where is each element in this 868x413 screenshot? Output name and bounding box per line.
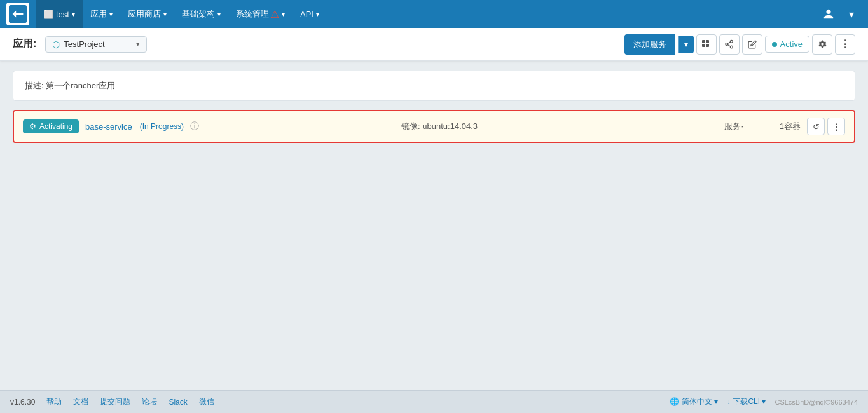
infra-caret-icon: ▾ <box>217 11 221 18</box>
svg-point-6 <box>726 43 728 46</box>
service-row: ⚙ Activating base-service (In Progress) … <box>13 110 855 143</box>
appstore-caret-icon: ▾ <box>163 11 167 18</box>
more-actions-button[interactable]: ⋮ <box>835 34 855 55</box>
svg-point-7 <box>730 46 733 48</box>
logo <box>6 3 29 25</box>
add-service-caret-button[interactable]: ▾ <box>678 36 694 53</box>
api-caret-icon: ▾ <box>316 11 319 18</box>
project-tab[interactable]: ⬜ test ▾ <box>36 0 83 28</box>
svg-rect-3 <box>702 44 705 47</box>
spin-icon: ⚙ <box>29 122 36 131</box>
settings-button[interactable] <box>812 34 832 55</box>
info-icon[interactable]: ⓘ <box>190 121 199 132</box>
row-actions: ↺ ⋮ <box>807 118 845 135</box>
service-type: 服务· <box>680 121 743 132</box>
svg-point-5 <box>730 40 733 43</box>
active-dot-icon <box>772 42 777 47</box>
service-progress: (In Progress) <box>140 122 184 131</box>
svg-rect-1 <box>702 40 705 43</box>
nav-item-sysadmin[interactable]: 系统管理 ⚠ ▾ <box>228 0 293 28</box>
user-icon-btn[interactable] <box>818 4 839 24</box>
svg-rect-4 <box>706 44 709 47</box>
nav-item-apps[interactable]: 应用 ▾ <box>83 0 120 28</box>
project-selector[interactable]: ⬡ TestProject ▾ <box>45 36 147 53</box>
row-more-button[interactable]: ⋮ <box>827 118 845 135</box>
top-nav: ⬜ test ▾ 应用 ▾ 应用商店 ▾ 基础架构 ▾ 系统管理 ⚠ ▾ API… <box>0 0 868 28</box>
container-count: 1容器 <box>750 121 801 132</box>
sub-header-actions: 添加服务 ▾ Active <box>624 34 855 55</box>
nav-right: ▾ <box>818 4 862 24</box>
page-title: 应用: <box>13 37 36 51</box>
add-service-button[interactable]: 添加服务 <box>624 34 675 55</box>
svg-rect-2 <box>706 40 709 43</box>
activating-badge: ⚙ Activating <box>23 119 79 133</box>
project-icon: ⬡ <box>52 39 60 50</box>
description-prefix: 描述: <box>25 81 44 90</box>
active-status-badge[interactable]: Active <box>765 36 809 53</box>
nav-item-infra[interactable]: 基础架构 ▾ <box>174 0 228 28</box>
apps-caret-icon: ▾ <box>109 11 113 18</box>
nav-item-api[interactable]: API ▾ <box>293 0 327 28</box>
svg-line-8 <box>727 44 730 46</box>
grid-view-button[interactable] <box>696 34 717 55</box>
nav-item-appstore[interactable]: 应用商店 ▾ <box>120 0 174 28</box>
description-box: 描述: 第一个rancher应用 <box>13 71 855 101</box>
nav-caret-btn[interactable]: ▾ <box>841 4 862 24</box>
warning-icon: ⚠ <box>270 8 279 20</box>
project-tab-caret: ▾ <box>72 11 75 18</box>
service-name-link[interactable]: base-service <box>85 122 132 132</box>
svg-line-9 <box>727 42 730 43</box>
main-content: 描述: 第一个rancher应用 ⚙ Activating base-servi… <box>0 61 868 152</box>
sysadmin-caret-icon: ▾ <box>282 11 285 18</box>
share-button[interactable] <box>719 34 740 55</box>
description-value: 第一个rancher应用 <box>46 81 115 90</box>
edit-button[interactable] <box>742 34 762 55</box>
image-info: 镜像: ubuntu:14.04.3 <box>205 121 673 132</box>
project-chevron-icon: ▾ <box>136 40 140 48</box>
sub-header: 应用: ⬡ TestProject ▾ 添加服务 ▾ <box>0 28 868 61</box>
row-refresh-button[interactable]: ↺ <box>807 118 825 135</box>
